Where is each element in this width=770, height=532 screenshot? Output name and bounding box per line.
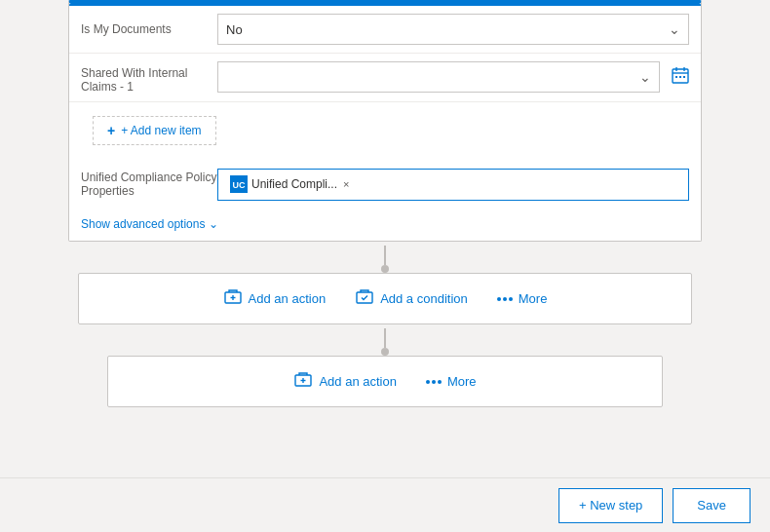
- new-step-button[interactable]: + New step: [558, 488, 663, 523]
- form-card: Is My Documents No ⌄ Shared With Interna…: [68, 0, 702, 242]
- is-my-documents-field: Is My Documents No ⌄: [69, 6, 701, 54]
- shared-with-internal-field: Shared With Internal Claims - 1 ⌄: [69, 54, 701, 102]
- compliance-tag-text: Unified Compli...: [251, 177, 337, 191]
- compliance-values-container: UC Unified Compli... ×: [217, 169, 689, 201]
- more-button-1[interactable]: More: [497, 291, 548, 306]
- add-action-button-2[interactable]: Add an action: [293, 370, 397, 393]
- add-new-item-label: + Add new item: [119, 124, 201, 137]
- show-advanced-label: Show advanced options: [81, 217, 205, 231]
- more-label-1: More: [519, 291, 548, 306]
- add-condition-icon: [355, 287, 374, 310]
- more-button-2[interactable]: More: [426, 374, 477, 389]
- add-condition-button[interactable]: Add a condition: [355, 287, 468, 310]
- connector-line-2: [384, 328, 386, 348]
- show-advanced-container: Show advanced options ⌄: [69, 211, 701, 241]
- connector-2: [0, 328, 770, 356]
- bottom-bar: + New step Save: [0, 477, 770, 532]
- add-action-icon-1: [223, 287, 243, 310]
- show-advanced-link[interactable]: Show advanced options ⌄: [81, 217, 689, 231]
- add-action-icon-2: [293, 370, 313, 393]
- add-action-label-2: Add an action: [319, 374, 397, 389]
- form-card-wrapper: Is My Documents No ⌄ Shared With Interna…: [0, 0, 770, 242]
- main-container: Is My Documents No ⌄ Shared With Interna…: [0, 0, 770, 532]
- chevron-right-icon: ⌄: [209, 217, 218, 231]
- is-my-documents-label: Is My Documents: [81, 22, 217, 36]
- unified-compliance-value: UC Unified Compli... ×: [217, 169, 689, 201]
- connector-1: [0, 246, 770, 273]
- svg-rect-4: [675, 76, 677, 78]
- chevron-down-icon-2: ⌄: [639, 69, 651, 85]
- more-dots-icon-1: [497, 297, 513, 301]
- action-bar-2: Add an action More: [107, 356, 663, 407]
- add-action-label-1: Add an action: [249, 291, 327, 306]
- plus-icon: +: [107, 123, 115, 138]
- shared-with-internal-label: Shared With Internal Claims - 1: [81, 61, 217, 94]
- new-step-label: + New step: [579, 498, 642, 513]
- compliance-tag-close[interactable]: ×: [343, 178, 349, 190]
- svg-rect-12: [357, 292, 372, 303]
- action-row-2: Add an action More: [108, 357, 662, 406]
- unified-compliance-row: Unified Compliance Policy Properties UC: [81, 165, 689, 204]
- action-row-1: Add an action Add a condition Mo: [79, 274, 691, 323]
- is-my-documents-value: No ⌄: [217, 14, 689, 45]
- add-new-item-container: + + Add new item: [69, 102, 701, 157]
- chevron-down-icon: ⌄: [669, 21, 680, 37]
- add-action-button-1[interactable]: Add an action: [223, 287, 327, 310]
- connector-dot-1: [381, 265, 389, 273]
- shared-right: ⌄: [217, 61, 689, 93]
- save-button[interactable]: Save: [673, 488, 751, 523]
- is-my-documents-dropdown[interactable]: No ⌄: [217, 14, 689, 45]
- svg-rect-6: [683, 76, 685, 78]
- action-bar-1: Add an action Add a condition Mo: [78, 273, 692, 324]
- connector-dot-2: [381, 348, 389, 356]
- unified-compliance-field: Unified Compliance Policy Properties UC: [69, 157, 701, 211]
- compliance-tag-icon: UC: [230, 175, 248, 193]
- compliance-tag: UC Unified Compli... ×: [226, 173, 353, 195]
- more-dots-icon-2: [426, 380, 442, 384]
- unified-compliance-label: Unified Compliance Policy Properties: [81, 171, 217, 198]
- save-label: Save: [697, 498, 726, 513]
- calendar-icon[interactable]: [672, 66, 689, 88]
- more-label-2: More: [447, 374, 477, 389]
- svg-text:UC: UC: [233, 180, 246, 190]
- is-my-documents-selected: No: [226, 22, 243, 37]
- connector-line-1: [384, 246, 386, 265]
- shared-with-internal-dropdown[interactable]: ⌄: [217, 61, 660, 93]
- svg-rect-5: [679, 76, 681, 78]
- add-condition-label: Add a condition: [380, 291, 468, 306]
- add-new-item-button[interactable]: + + Add new item: [93, 116, 216, 145]
